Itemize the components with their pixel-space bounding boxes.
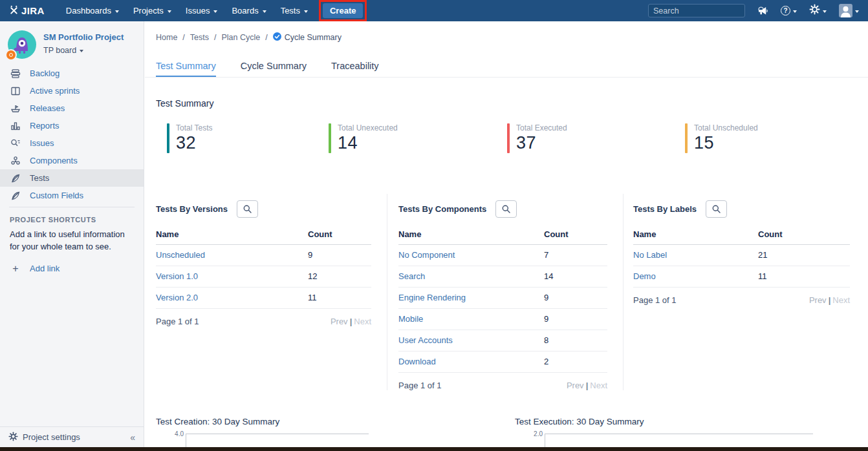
breadcrumb: Home / Tests / Plan Cycle / Cycle Summar… xyxy=(156,32,342,43)
active-sprints-icon xyxy=(10,85,21,97)
help-icon xyxy=(781,6,790,16)
window-bottom-edge xyxy=(0,447,868,451)
custom-fields-icon xyxy=(10,190,21,202)
tests-by-components-table: Name Count No Component 7 Search 14 Engi… xyxy=(398,226,607,373)
project-shortcuts-title: PROJECT SHORTCUTS xyxy=(10,216,134,224)
search-icon xyxy=(243,204,252,214)
announcements-megaphone-icon[interactable] xyxy=(757,6,768,16)
sidebar-item-reports[interactable]: Reports xyxy=(0,117,144,134)
tests-by-labels-panel: Tests By Labels Name Count No Label 21 xyxy=(624,194,868,390)
search-button[interactable] xyxy=(706,200,727,218)
sidebar-item-components[interactable]: Components xyxy=(0,152,144,169)
table-row: Version 2.0 11 xyxy=(156,288,371,309)
table-row: No Label 21 xyxy=(633,245,850,266)
next-button[interactable]: Next xyxy=(590,381,607,390)
version-link[interactable]: Unscheduled xyxy=(156,250,205,260)
page-indicator: Page 1 of 1 xyxy=(156,317,199,326)
breadcrumb-separator: / xyxy=(265,33,267,42)
tab-cycle-summary[interactable]: Cycle Summary xyxy=(241,61,307,77)
column-header-count: Count xyxy=(758,226,850,245)
project-avatar[interactable] xyxy=(8,30,36,59)
chevron-down-icon xyxy=(80,50,83,52)
breadcrumb-plan-cycle[interactable]: Plan Cycle xyxy=(222,33,261,42)
nav-menu-tests[interactable]: Tests xyxy=(274,0,315,21)
sidebar-item-tests[interactable]: Tests xyxy=(0,169,144,187)
label-link[interactable]: Demo xyxy=(633,271,656,281)
sidebar-item-backlog[interactable]: Backlog xyxy=(0,65,144,82)
sidebar-divider xyxy=(9,207,135,207)
tests-by-components-panel: Tests By Components Name Count No Compon… xyxy=(387,194,624,390)
column-header-name: Name xyxy=(398,226,544,245)
next-button[interactable]: Next xyxy=(832,295,850,305)
sidebar-item-custom-fields[interactable]: Custom Fields xyxy=(0,187,144,204)
add-link-button[interactable]: Add link xyxy=(10,263,144,275)
page-indicator: Page 1 of 1 xyxy=(398,381,442,390)
breadcrumb-separator: / xyxy=(214,33,216,42)
stat-total-tests: Total Tests 32 xyxy=(167,123,212,153)
settings-menu[interactable] xyxy=(809,4,827,17)
tests-by-versions-panel: Tests By Versions Name Count Unscheduled xyxy=(145,194,387,390)
avatar-badge-icon xyxy=(5,49,17,61)
jira-logo-icon xyxy=(9,5,19,17)
table-row: Download 2 xyxy=(398,351,607,373)
help-menu[interactable] xyxy=(781,6,797,16)
table-row: Version 1.0 12 xyxy=(156,266,371,288)
tables-section: Tests By Versions Name Count Unscheduled xyxy=(145,194,868,390)
sidebar-item-releases[interactable]: Releases xyxy=(0,100,144,117)
search-button[interactable] xyxy=(237,200,258,218)
gear-icon xyxy=(8,432,18,443)
search-icon xyxy=(711,204,721,214)
search-input[interactable] xyxy=(653,6,757,16)
version-link[interactable]: Version 2.0 xyxy=(156,293,198,302)
component-link[interactable]: User Accounts xyxy=(398,335,453,345)
component-link[interactable]: Engine Rendering xyxy=(398,293,466,302)
column-header-name: Name xyxy=(156,226,308,245)
version-link[interactable]: Version 1.0 xyxy=(156,271,198,281)
tests-icon xyxy=(10,173,21,184)
table-row: Unscheduled 9 xyxy=(156,245,371,266)
tests-by-versions-table: Name Count Unscheduled 9 Version 1.0 12 … xyxy=(156,226,371,309)
tab-test-summary[interactable]: Test Summary xyxy=(156,61,216,77)
board-switcher[interactable]: TP board xyxy=(43,46,124,55)
page-title: Test Summary xyxy=(156,98,213,109)
component-link[interactable]: Mobile xyxy=(398,314,423,324)
create-button[interactable]: Create xyxy=(323,3,363,18)
chevron-down-icon xyxy=(823,10,827,13)
reports-icon xyxy=(10,120,21,132)
table-row: No Component 7 xyxy=(398,245,607,266)
issues-icon xyxy=(10,138,21,149)
user-menu[interactable] xyxy=(839,4,859,17)
test-execution-chart: Test Execution: 30 Day Summary 2.0 xyxy=(515,417,813,451)
nav-menu-issues[interactable]: Issues xyxy=(179,0,225,21)
stat-total-unscheduled: Total Unscheduled 15 xyxy=(685,123,758,153)
chart-title: Test Execution: 30 Day Summary xyxy=(515,417,813,426)
chevron-down-icon xyxy=(304,10,308,13)
jira-logo-text: JIRA xyxy=(21,5,45,16)
component-link[interactable]: No Component xyxy=(398,250,455,260)
project-name-link[interactable]: SM Portfolio Project xyxy=(43,32,124,43)
nav-menu-projects[interactable]: Projects xyxy=(126,0,179,21)
project-settings-button[interactable]: Project settings « xyxy=(0,426,144,447)
breadcrumb-separator: / xyxy=(182,33,184,42)
nav-menu-dashboards[interactable]: Dashboards xyxy=(59,0,126,21)
search-button[interactable] xyxy=(495,200,517,218)
sidebar-item-issues[interactable]: Issues xyxy=(0,134,144,152)
stat-color-bar xyxy=(685,123,688,153)
jira-logo[interactable]: JIRA xyxy=(9,5,45,17)
component-link[interactable]: Search xyxy=(398,271,425,281)
check-badge-icon xyxy=(273,32,281,43)
column-header-name: Name xyxy=(633,226,758,245)
prev-button[interactable]: Prev xyxy=(331,317,348,326)
label-link[interactable]: No Label xyxy=(633,250,667,260)
next-button[interactable]: Next xyxy=(354,317,371,326)
prev-button[interactable]: Prev xyxy=(567,381,584,390)
prev-button[interactable]: Prev xyxy=(809,295,827,305)
chart-title: Test Creation: 30 Day Summary xyxy=(156,417,369,426)
component-link[interactable]: Download xyxy=(398,357,436,366)
breadcrumb-tests[interactable]: Tests xyxy=(190,33,209,42)
tab-traceability[interactable]: Traceability xyxy=(331,61,379,77)
sidebar-item-active-sprints[interactable]: Active sprints xyxy=(0,82,144,100)
breadcrumb-home[interactable]: Home xyxy=(156,33,177,42)
nav-menu-boards[interactable]: Boards xyxy=(224,0,273,21)
collapse-sidebar-button[interactable]: « xyxy=(130,432,135,443)
